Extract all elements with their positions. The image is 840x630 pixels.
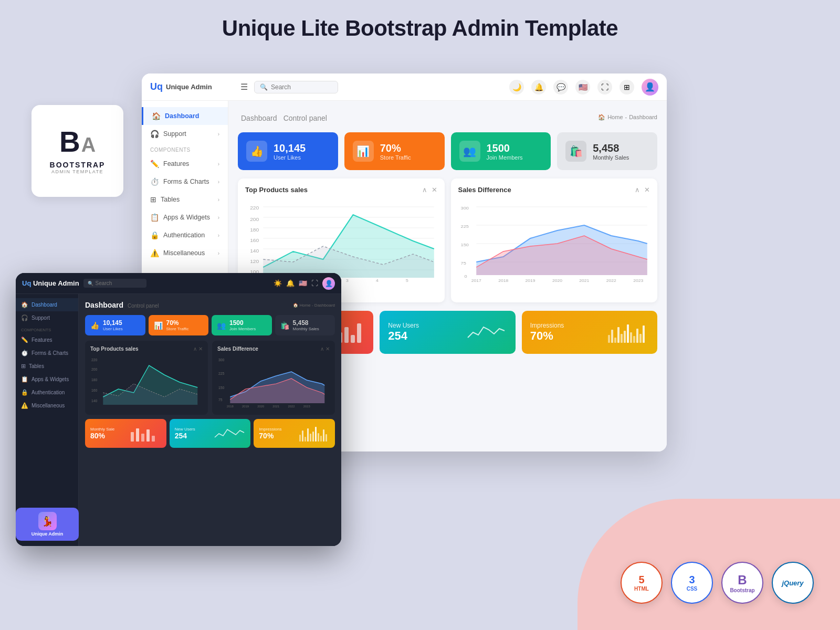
collapse-icon[interactable]: ∧ <box>422 186 427 194</box>
html-label: HTML <box>634 586 649 592</box>
dark-sidebar-forms[interactable]: ⏱️ Forms & Charts <box>16 346 78 360</box>
expand-icon[interactable]: ⛶ <box>597 80 612 94</box>
sidebar-item-forms-charts[interactable]: ⏱️ Forms & Charts › <box>142 173 228 191</box>
logo-letter-a: A <box>81 135 96 155</box>
html5-badge: 5 HTML <box>621 562 663 604</box>
likes-icon: 👍 <box>246 141 267 162</box>
new-users-label: New Users <box>388 322 419 329</box>
sidebar-item-dashboard[interactable]: 🏠 Dashboard <box>142 107 228 125</box>
dark-stat-value-traffic: 70% <box>166 319 189 327</box>
chart-controls-sales[interactable]: ∧ ✕ <box>635 186 650 194</box>
sidebar-label-forms: Forms & Charts <box>163 178 209 185</box>
svg-rect-56 <box>643 326 645 343</box>
dark-stat-label-likes: User Likes <box>103 327 123 331</box>
svg-text:2023: 2023 <box>633 278 644 282</box>
css3-badge: 3 CSS <box>671 562 713 604</box>
dark-expand-icon[interactable]: ⛶ <box>311 279 318 287</box>
impressions-chart <box>607 319 649 345</box>
avatar[interactable]: 👤 <box>642 79 658 96</box>
dark-stat-label-members: Join Members <box>229 327 256 331</box>
dark-flag-icon[interactable]: 🇺🇸 <box>299 279 307 287</box>
dark-monthly-chart <box>130 424 161 443</box>
dark-monthly-info: Monthly Sale 80% <box>90 427 114 440</box>
chart-controls-products[interactable]: ∧ ✕ <box>422 186 437 194</box>
logo-uq: Uq <box>150 81 163 92</box>
dark-dashboard: Uq Unique Admin 🔍 ☀️ 🔔 🇺🇸 ⛶ 👤 🏠 Dashboar… <box>16 273 341 546</box>
bootstrap-logo-box: B A BOOTSTRAP ADMIN TEMPLATE <box>32 105 123 197</box>
tables-icon: ⊞ <box>150 195 156 204</box>
svg-text:5: 5 <box>406 278 408 283</box>
sidebar-item-auth[interactable]: 🔒 Authentication › <box>142 226 228 244</box>
grid-icon[interactable]: ⊞ <box>620 80 634 94</box>
content-title: Dashboard Control panel <box>238 110 327 123</box>
dark-stat-info-traffic: 70% Store Traffic <box>166 319 189 331</box>
dark-sidebar-auth[interactable]: 🔒 Authentication <box>16 386 78 399</box>
svg-rect-82 <box>302 430 303 442</box>
dark-chart-controls-sales[interactable]: ∧ ✕ <box>320 346 330 352</box>
breadcrumb: 🏠 Home - Dashboard <box>598 114 657 121</box>
close-icon-2[interactable]: ✕ <box>644 186 650 194</box>
dark-apps-label: Apps & Widgets <box>32 376 69 382</box>
dark-navbar: Uq Unique Admin 🔍 ☀️ 🔔 🇺🇸 ⛶ 👤 <box>16 273 341 294</box>
forms-icon: ⏱️ <box>150 177 159 186</box>
dark-chart-controls-products[interactable]: ∧ ✕ <box>193 346 203 352</box>
svg-text:2021: 2021 <box>272 405 279 407</box>
svg-text:225: 225 <box>460 224 468 229</box>
sidebar-item-misc[interactable]: ⚠️ Miscellaneous › <box>142 244 228 262</box>
dark-auth-label: Authentication <box>32 390 65 395</box>
apps-icon: 📋 <box>150 213 159 222</box>
dark-sidebar-apps[interactable]: 📋 Apps & Widgets <box>16 373 78 386</box>
svg-rect-81 <box>299 435 301 442</box>
collapse-icon-2[interactable]: ∧ <box>635 186 640 194</box>
dark-sidebar-misc[interactable]: ⚠️ Miscellaneous <box>16 399 78 412</box>
svg-text:220: 220 <box>91 358 98 362</box>
svg-text:0: 0 <box>464 274 467 279</box>
chart-header-sales: Sales Difference ∧ ✕ <box>458 186 650 194</box>
dark-breadcrumb: 🏠 Home - Dashboard <box>293 303 335 308</box>
svg-rect-83 <box>304 437 306 442</box>
bell-icon[interactable]: 🔔 <box>531 80 546 94</box>
sidebar-label-features: Features <box>163 160 189 167</box>
stat-card-sales: 🛍️ 5,458 Monthly Sales <box>557 132 657 170</box>
sidebar-item-apps[interactable]: 📋 Apps & Widgets › <box>142 208 228 226</box>
dark-avatar[interactable]: 👤 <box>322 277 335 290</box>
dark-sales-icon: 🛍️ <box>280 321 289 330</box>
svg-text:2022: 2022 <box>288 405 295 407</box>
tech-logos: 5 HTML 3 CSS B Bootstrap jQuery <box>621 562 814 604</box>
sidebar-item-support[interactable]: 🎧 Support › <box>142 125 228 143</box>
svg-text:75: 75 <box>460 261 466 266</box>
dark-sidebar-support[interactable]: 🎧 Support <box>16 311 78 324</box>
dark-tables-label: Tables <box>29 363 44 369</box>
dark-search[interactable]: 🔍 <box>83 279 146 288</box>
impressions-label: Impressions <box>530 322 564 329</box>
dark-support-label: Support <box>32 315 50 321</box>
sidebar-item-tables[interactable]: ⊞ Tables › <box>142 191 228 208</box>
svg-rect-50 <box>624 331 626 343</box>
svg-text:2020: 2020 <box>552 278 562 282</box>
search-bar[interactable]: 🔍 <box>254 81 338 93</box>
flag-icon[interactable]: 🇺🇸 <box>575 80 590 94</box>
dark-sidebar-tables[interactable]: ⊞ Tables <box>16 360 78 373</box>
dark-sun-icon[interactable]: ☀️ <box>274 279 282 287</box>
svg-text:2018: 2018 <box>498 278 509 282</box>
arrow-icon: › <box>218 131 219 137</box>
dark-bell-icon[interactable]: 🔔 <box>286 279 295 287</box>
bs-letter: B <box>738 573 747 587</box>
dark-apps-icon: 📋 <box>21 376 28 383</box>
dark-sidebar-features[interactable]: ✏️ Features <box>16 333 78 346</box>
moon-icon[interactable]: 🌙 <box>509 80 524 94</box>
svg-rect-55 <box>639 334 642 343</box>
hamburger-button[interactable]: ☰ <box>240 82 248 92</box>
breadcrumb-sep: - <box>625 114 627 120</box>
search-input[interactable] <box>271 83 329 91</box>
dark-misc-label: Miscellaneous <box>32 403 65 408</box>
svg-text:2019: 2019 <box>242 405 249 407</box>
css-label: CSS <box>687 586 698 592</box>
chat-icon[interactable]: 💬 <box>553 80 568 94</box>
chart-header-products: Top Products sales ∧ ✕ <box>245 186 437 194</box>
close-icon[interactable]: ✕ <box>432 186 437 194</box>
sidebar-item-features[interactable]: ✏️ Features › <box>142 155 228 173</box>
dark-search-input[interactable] <box>96 280 140 286</box>
search-icon: 🔍 <box>260 83 268 91</box>
dark-sidebar-dashboard[interactable]: 🏠 Dashboard <box>16 298 78 311</box>
